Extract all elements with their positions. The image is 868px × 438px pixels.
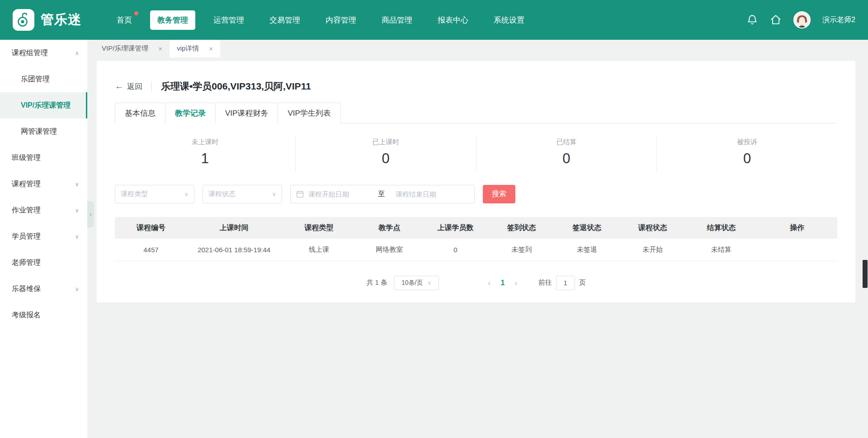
calendar-icon [296, 190, 304, 198]
table-row[interactable]: 4457 2021-06-01 18:59-19:44 线上课 网络教室 0 未… [115, 239, 837, 261]
page-size-label: 10条/页 [401, 279, 423, 287]
avatar[interactable] [793, 11, 811, 28]
tab-vip-student-list[interactable]: VIP学生列表 [278, 103, 340, 123]
chevron-down-icon: ∨ [184, 191, 189, 198]
col-settlement-status: 结算状态 [685, 217, 757, 239]
sidebar-item-students[interactable]: 学员管理 ∨ [0, 223, 87, 250]
close-icon[interactable]: × [209, 45, 213, 52]
nav-item-settings[interactable]: 系统设置 [486, 10, 532, 30]
open-tab-vip-theory[interactable]: VIP/乐理课管理 × [94, 40, 170, 57]
open-tab-label: vip详情 [177, 44, 199, 53]
page-number-1[interactable]: 1 [493, 279, 512, 287]
scrollbar-thumb[interactable] [863, 260, 868, 288]
course-status-select[interactable]: 课程状态 ∨ [203, 185, 282, 203]
nav-item-label: 首页 [117, 16, 132, 24]
back-button[interactable]: ← 返回 [115, 81, 142, 92]
chevron-down-icon: ∨ [427, 280, 431, 286]
cell-teaching-point: 网络教室 [357, 239, 422, 261]
page-title: 乐理课•学员006,VIP313,贝阿,VIP11 [161, 80, 311, 93]
logo-icon [13, 9, 34, 31]
sidebar-item-homework[interactable]: 作业管理 ∨ [0, 197, 87, 223]
sidebar-item-label: 学员管理 [12, 232, 41, 241]
sidebar-item-label: 课程组管理 [12, 48, 48, 58]
chevron-down-icon: ∨ [272, 191, 276, 198]
stats-row: 未上课时 1 已上课时 0 已结算 0 被投诉 0 [115, 135, 837, 171]
topbar: 管乐迷 首页 教务管理 运营管理 交易管理 内容管理 商品管理 报表中心 系统设… [0, 0, 868, 40]
cell-settlement-status: 未结算 [685, 239, 757, 261]
sidebar-item-label: VIP/乐理课管理 [21, 101, 71, 110]
back-label: 返回 [127, 81, 142, 92]
pagination: 共 1 条 10条/页 ∨ ‹ 1 › 前往 页 [115, 276, 837, 290]
nav-item-academic[interactable]: 教务管理 [150, 10, 195, 30]
date-end-input[interactable] [396, 190, 454, 198]
detail-tabs: 基本信息 教学记录 VIP课程财务 VIP学生列表 [115, 103, 837, 123]
logo[interactable]: 管乐迷 [13, 9, 81, 31]
nav-item-label: 报表中心 [438, 16, 468, 24]
date-start-input[interactable] [308, 190, 367, 198]
nav-item-content[interactable]: 内容管理 [318, 10, 363, 30]
nav-item-transactions[interactable]: 交易管理 [262, 10, 307, 30]
sidebar-item-course-groups[interactable]: 课程组管理 ∧ [0, 40, 87, 66]
col-student-count: 上课学员数 [422, 217, 489, 239]
sidebar-item-exam-registration[interactable]: 考级报名 [0, 302, 87, 328]
sidebar-item-label: 课程管理 [12, 179, 41, 189]
chevron-down-icon: ∨ [75, 233, 79, 240]
stat-label: 已上课时 [296, 138, 476, 146]
date-range-separator: 至 [372, 190, 391, 198]
sidebar-item-orchestra[interactable]: 乐团管理 [0, 66, 87, 92]
table-header-row: 课程编号 上课时间 课程类型 教学点 上课学员数 签到状态 签退状态 课程状态 … [115, 217, 837, 239]
tab-teaching-records[interactable]: 教学记录 [165, 103, 216, 123]
prev-page-button[interactable]: ‹ [485, 278, 493, 288]
sidebar-item-teachers[interactable]: 老师管理 [0, 250, 87, 276]
col-course-status: 课程状态 [620, 217, 685, 239]
cell-course-type: 线上课 [281, 239, 357, 261]
tab-basic-info[interactable]: 基本信息 [115, 103, 165, 123]
tab-vip-course-finance[interactable]: VIP课程财务 [215, 103, 278, 123]
goto-page: 前往 页 [538, 276, 586, 290]
open-tabs-strip: VIP/乐理课管理 × vip详情 × [87, 40, 868, 57]
username[interactable]: 演示老师2 [822, 15, 855, 25]
nav-item-products[interactable]: 商品管理 [374, 10, 420, 30]
records-table: 课程编号 上课时间 课程类型 教学点 上课学员数 签到状态 签退状态 课程状态 … [115, 217, 837, 261]
sidebar-item-classes[interactable]: 班级管理 [0, 145, 87, 171]
nav-item-label: 系统设置 [494, 16, 524, 24]
sidebar-item-label: 考级报名 [12, 311, 41, 320]
nav-item-home[interactable]: 首页 [109, 10, 139, 30]
sidebar-item-instrument-maintenance[interactable]: 乐器维保 ∨ [0, 276, 87, 302]
nav-item-label: 商品管理 [382, 16, 412, 24]
stat-value: 1 [115, 151, 295, 167]
header-divider [151, 81, 152, 91]
cell-checkout-status: 未签退 [554, 239, 620, 261]
nav-item-operations[interactable]: 运营管理 [206, 10, 251, 30]
stat-complaints: 被投诉 0 [657, 135, 837, 171]
sidebar-item-label: 乐团管理 [21, 75, 50, 84]
sidebar-item-label: 作业管理 [12, 206, 41, 215]
sidebar-item-vip-theory[interactable]: VIP/乐理课管理 [0, 92, 87, 118]
page-size-select[interactable]: 10条/页 ∨ [394, 276, 439, 290]
detail-card: ← 返回 乐理课•学员006,VIP313,贝阿,VIP11 基本信息 教学记录… [97, 61, 855, 302]
search-button[interactable]: 搜索 [483, 185, 515, 203]
open-tab-label: VIP/乐理课管理 [102, 44, 148, 53]
col-checkin-status: 签到状态 [489, 217, 554, 239]
date-range-picker[interactable]: 至 [290, 185, 475, 203]
back-arrow-icon: ← [115, 81, 123, 91]
sidebar-item-online-admin-course[interactable]: 网管课管理 [0, 118, 87, 145]
sidebar-collapse-handle[interactable]: ‹ [87, 201, 94, 227]
chevron-down-icon: ∨ [75, 286, 79, 292]
sidebar-item-label: 班级管理 [12, 153, 41, 163]
bell-icon[interactable] [746, 14, 758, 26]
goto-page-input[interactable] [556, 276, 575, 290]
sidebar-item-label: 网管课管理 [21, 127, 57, 137]
cell-actions [757, 239, 837, 261]
course-type-select[interactable]: 课程类型 ∨ [115, 185, 194, 203]
open-tab-vip-detail[interactable]: vip详情 × [170, 40, 220, 57]
chevron-down-icon: ∨ [75, 181, 79, 188]
home-icon[interactable] [770, 14, 782, 26]
next-page-button[interactable]: › [512, 278, 520, 288]
sidebar-item-courses[interactable]: 课程管理 ∨ [0, 171, 87, 197]
nav-item-reports[interactable]: 报表中心 [430, 10, 476, 30]
sidebar: 课程组管理 ∧ 乐团管理 VIP/乐理课管理 网管课管理 班级管理 课程管理 ∨… [0, 40, 87, 438]
close-icon[interactable]: × [158, 45, 162, 52]
col-teaching-point: 教学点 [357, 217, 422, 239]
cell-checkin-status: 未签到 [489, 239, 554, 261]
